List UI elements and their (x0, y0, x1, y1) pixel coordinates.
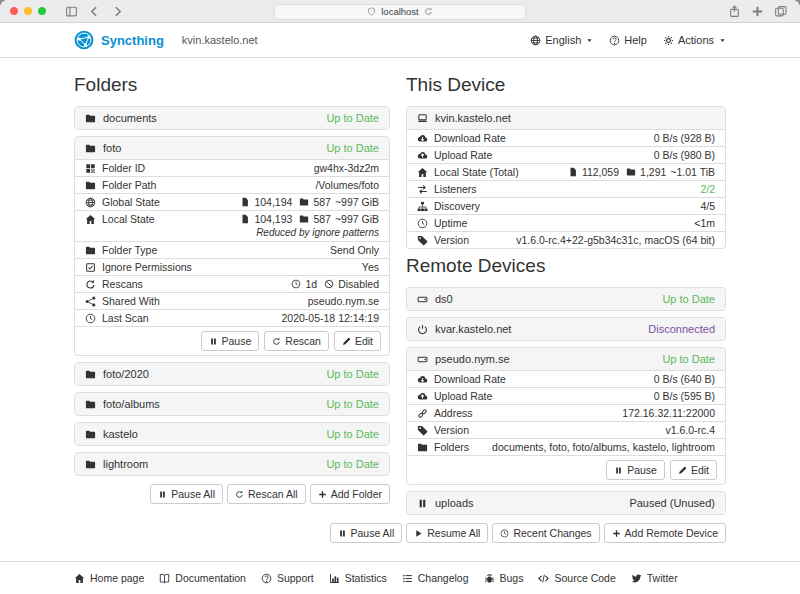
button-label: Edit (355, 335, 373, 347)
device-name: kvar.kastelo.net (435, 323, 511, 335)
folder-header-foto-2020[interactable]: foto/2020 Up to Date (75, 363, 389, 385)
pause-icon (614, 466, 623, 475)
row-label: Last Scan (102, 312, 149, 324)
footer-link-documentation[interactable]: Documentation (159, 572, 246, 584)
edit-folder-button[interactable]: Edit (334, 331, 381, 351)
row-label: Folder Path (102, 179, 156, 191)
row-value: 112,059 1,291 ~1.01 TiB (565, 166, 715, 178)
rescan-all-button[interactable]: Rescan All (227, 484, 306, 504)
row-value: 0 B/s (928 B) (654, 132, 715, 144)
button-label: Add Remote Device (625, 527, 718, 539)
folders-column: Folders documents Up to Date foto Up to … (74, 68, 390, 561)
footer-link-twitter[interactable]: Twitter (631, 572, 678, 584)
add-folder-button[interactable]: Add Folder (310, 484, 390, 504)
checkbox-icon (85, 262, 96, 273)
twitter-icon (631, 573, 642, 584)
syncthing-brand[interactable]: Syncthing (74, 30, 164, 50)
rescan-folder-button[interactable]: Rescan (264, 331, 329, 351)
help-menu[interactable]: Help (609, 34, 647, 46)
globe-icon (530, 35, 541, 46)
device-name: kvin.kastelo.net (435, 112, 511, 124)
rescan-interval: 1d (305, 278, 317, 290)
window-close-button[interactable] (10, 7, 18, 15)
footer-link-statistics[interactable]: Statistics (329, 572, 387, 584)
folder-header-kastelo[interactable]: kastelo Up to Date (75, 423, 389, 445)
add-remote-device-button[interactable]: Add Remote Device (604, 523, 726, 543)
folder-icon (85, 399, 96, 410)
folder-icon (85, 245, 96, 256)
folder-header-documents[interactable]: documents Up to Date (75, 107, 389, 129)
pause-device-button[interactable]: Pause (606, 460, 665, 480)
row-label: Global State (102, 196, 160, 208)
language-menu[interactable]: English (530, 34, 593, 46)
cloud-upload-icon (417, 391, 428, 402)
folder-header-foto[interactable]: foto Up to Date (75, 137, 389, 159)
device-status: Paused (Unused) (629, 497, 715, 509)
share-icon[interactable] (728, 5, 741, 18)
folder-header-foto-albums[interactable]: foto/albums Up to Date (75, 393, 389, 415)
reload-icon[interactable] (424, 7, 433, 16)
edit-device-button[interactable]: Edit (670, 460, 717, 480)
row-value: gw4hx-3dz2m (314, 162, 379, 174)
link-icon (417, 408, 428, 419)
button-label: Pause (222, 335, 252, 347)
this-device-title: This Device (406, 74, 726, 96)
detail-row-discovery: Discovery 4/5 (407, 197, 725, 214)
file-icon (568, 167, 578, 177)
row-label: Discovery (434, 200, 480, 212)
this-device-header[interactable]: kvin.kastelo.net (407, 107, 725, 129)
device-header-uploads[interactable]: uploads Paused (Unused) (407, 492, 725, 514)
folder-name: foto (103, 142, 121, 154)
tag-icon (417, 425, 428, 436)
recent-changes-button[interactable]: Recent Changes (492, 523, 599, 543)
footer-link-source-code[interactable]: Source Code (538, 572, 615, 584)
browser-sidebar-icon[interactable] (65, 5, 78, 18)
sitemap-icon (417, 201, 428, 212)
row-label: Upload Rate (434, 149, 492, 161)
device-header-pseudo[interactable]: pseudo.nym.se Up to Date (407, 348, 725, 370)
cloud-upload-icon (417, 150, 428, 161)
footer-link-bugs[interactable]: Bugs (484, 572, 524, 584)
pause-all-folders-button[interactable]: Pause All (150, 484, 223, 504)
detail-row-local-state-total: Local State (Total) 112,059 1,291 ~1.01 … (407, 163, 725, 180)
row-value: 1d Disabled (288, 278, 379, 290)
plus-icon (318, 490, 327, 499)
window-minimize-button[interactable] (24, 7, 32, 15)
footer-link-changelog[interactable]: Changelog (402, 572, 469, 584)
detail-row-upload-rate: Upload Rate 0 B/s (595 B) (407, 387, 725, 404)
window-zoom-button[interactable] (38, 7, 46, 15)
play-icon (414, 529, 423, 538)
size-text: ~997 GiB (335, 213, 379, 225)
tab-overview-icon[interactable] (774, 5, 787, 18)
actions-menu[interactable]: Actions (663, 34, 726, 46)
button-label: Edit (691, 464, 709, 476)
row-label: Folder ID (102, 162, 145, 174)
browser-address-bar[interactable]: localhost (274, 4, 526, 20)
footer-link-home[interactable]: Home page (74, 572, 144, 584)
detail-row-upload-rate: Upload Rate 0 B/s (980 B) (407, 146, 725, 163)
browser-forward-icon[interactable] (111, 5, 124, 18)
detail-row-version: Version v1.6.0-rc.4+22-g5b34c31c, macOS … (407, 231, 725, 248)
folder-header-lightroom[interactable]: lightroom Up to Date (75, 453, 389, 475)
browser-back-icon[interactable] (88, 5, 101, 18)
browser-toolbar-right (723, 0, 792, 22)
footer-link-support[interactable]: Support (261, 572, 314, 584)
page-footer: Home page Documentation Support Statisti… (0, 561, 800, 594)
clock-icon (500, 529, 509, 538)
row-value: 2/2 (700, 183, 715, 195)
link-label: Bugs (500, 572, 524, 584)
pause-folder-button[interactable]: Pause (201, 331, 260, 351)
resume-all-button[interactable]: Resume All (406, 523, 488, 543)
folder-panel-foto: foto Up to Date Folder ID gw4hx-3dz2m Fo… (74, 136, 390, 356)
device-header-ds0[interactable]: ds0 Up to Date (407, 288, 725, 310)
pencil-icon (678, 466, 687, 475)
link-label: Twitter (647, 572, 678, 584)
detail-row-shared-with: Shared With pseudo.nym.se (75, 292, 389, 309)
button-label: Resume All (427, 527, 480, 539)
clock-icon (291, 279, 301, 289)
folder-panel-kastelo: kastelo Up to Date (74, 422, 390, 446)
device-header-kvar[interactable]: kvar.kastelo.net Disconnected (407, 318, 725, 340)
new-tab-icon[interactable] (751, 5, 764, 18)
pause-all-devices-button[interactable]: Pause All (330, 523, 403, 543)
row-value: /Volumes/foto (315, 179, 379, 191)
